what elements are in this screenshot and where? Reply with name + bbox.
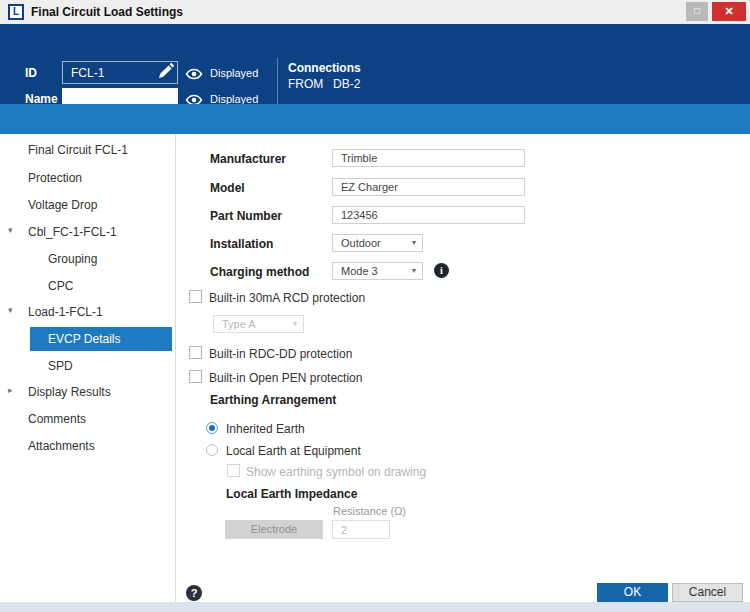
- charging-method-dropdown[interactable]: Mode 3 ▾: [332, 262, 423, 280]
- chevron-down-icon[interactable]: ▾: [8, 305, 13, 315]
- chevron-down-icon[interactable]: ▾: [8, 225, 13, 235]
- maximize-button[interactable]: □: [686, 2, 708, 21]
- close-button[interactable]: ✕: [712, 2, 746, 21]
- final-circuit-load-settings-dialog: L Final Circuit Load Settings □ ✕ ID Dis…: [0, 0, 750, 612]
- show-earthing-symbol-label: Show earthing symbol on drawing: [246, 465, 426, 479]
- inherited-earth-label: Inherited Earth: [226, 422, 305, 436]
- chevron-right-icon[interactable]: ▸: [8, 385, 13, 395]
- sidebar-item-cpc[interactable]: CPC: [0, 274, 175, 298]
- connections-from-label: FROM: [288, 77, 323, 91]
- installation-dropdown[interactable]: Outdoor ▾: [332, 234, 423, 252]
- connections-from-value: DB-2: [333, 77, 360, 91]
- manufacturer-label: Manufacturer: [210, 152, 286, 166]
- inherited-earth-radio[interactable]: [206, 422, 218, 434]
- sidebar-item-protection[interactable]: Protection: [0, 166, 175, 190]
- title-bar: L Final Circuit Load Settings □ ✕: [0, 0, 750, 24]
- resistance-label: Resistance (Ω): [333, 505, 406, 517]
- window-title: Final Circuit Load Settings: [31, 5, 183, 19]
- template-bar: Template EV Charging Point Three Phase a…: [0, 104, 750, 134]
- id-label: ID: [25, 66, 37, 80]
- rcd-protection-label: Built-in 30mA RCD protection: [209, 291, 365, 305]
- window-bottom-strip: [0, 602, 750, 612]
- charging-method-info-icon[interactable]: i: [434, 263, 449, 278]
- rcd-type-dropdown: Type A ▾: [213, 315, 304, 333]
- model-label: Model: [210, 181, 245, 195]
- part-number-input[interactable]: [332, 206, 525, 224]
- local-earth-impedance-heading: Local Earth Impedance: [226, 487, 357, 501]
- id-visibility-eye-icon[interactable]: [185, 66, 203, 84]
- header-panel: ID Displayed Name Displayed Connections …: [0, 24, 750, 104]
- app-icon: L: [8, 4, 24, 20]
- resistance-input: [332, 520, 390, 539]
- charging-method-label: Charging method: [210, 265, 309, 279]
- settings-nav-sidebar: Final Circuit FCL-1 Protection Voltage D…: [0, 134, 176, 602]
- rcd-protection-checkbox[interactable]: [189, 290, 202, 303]
- rdc-dd-protection-label: Built-in RDC-DD protection: [209, 347, 352, 361]
- chevron-down-icon: ▾: [412, 263, 416, 279]
- model-input[interactable]: [332, 178, 525, 196]
- open-pen-protection-label: Built-in Open PEN protection: [209, 371, 362, 385]
- sidebar-item-load[interactable]: ▾Load-1-FCL-1: [0, 300, 175, 324]
- sidebar-item-spd[interactable]: SPD: [0, 354, 175, 378]
- manufacturer-input[interactable]: [332, 149, 525, 167]
- electrode-button: Electrode: [225, 520, 323, 539]
- sidebar-item-evcp-details[interactable]: EVCP Details: [0, 327, 175, 351]
- connections-title: Connections: [288, 61, 361, 75]
- sidebar-item-final-circuit[interactable]: Final Circuit FCL-1: [0, 138, 175, 162]
- local-earth-radio[interactable]: [206, 444, 218, 456]
- chevron-down-icon: ▾: [412, 235, 416, 251]
- sidebar-item-grouping[interactable]: Grouping: [0, 247, 175, 271]
- open-pen-protection-checkbox[interactable]: [189, 370, 202, 383]
- close-icon: ✕: [724, 5, 733, 17]
- show-earthing-symbol-checkbox: [227, 464, 240, 477]
- id-displayed-label: Displayed: [210, 67, 258, 79]
- sidebar-item-comments[interactable]: Comments: [0, 407, 175, 431]
- maximize-icon: □: [694, 5, 700, 16]
- evcp-details-form: Manufacturer Model Part Number Installat…: [176, 134, 750, 602]
- part-number-label: Part Number: [210, 209, 282, 223]
- edit-pencil-icon[interactable]: [157, 63, 174, 84]
- cancel-button[interactable]: Cancel: [672, 583, 743, 602]
- earthing-arrangement-heading: Earthing Arrangement: [210, 393, 336, 407]
- installation-label: Installation: [210, 237, 273, 251]
- sidebar-item-cable[interactable]: ▾Cbl_FC-1-FCL-1: [0, 220, 175, 244]
- sidebar-item-display-results[interactable]: ▸Display Results: [0, 380, 175, 404]
- help-icon[interactable]: ?: [186, 585, 202, 601]
- rdc-dd-protection-checkbox[interactable]: [189, 346, 202, 359]
- local-earth-label: Local Earth at Equipment: [226, 444, 361, 458]
- chevron-down-icon: ▾: [293, 316, 297, 332]
- ok-button[interactable]: OK: [597, 583, 668, 602]
- sidebar-item-voltage-drop[interactable]: Voltage Drop: [0, 193, 175, 217]
- sidebar-item-attachments[interactable]: Attachments: [0, 434, 175, 458]
